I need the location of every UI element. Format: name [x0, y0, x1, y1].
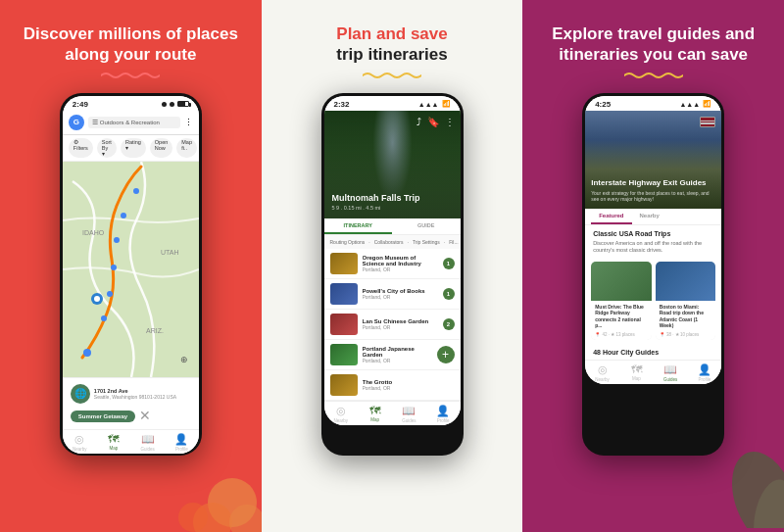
nav-profile-2[interactable]: 👤 Profile	[426, 405, 461, 423]
hero-icons: ⤴ 🔖 ⋮	[416, 117, 455, 127]
nav-guides-3[interactable]: 📖 Guides	[654, 363, 688, 382]
nav-profile-3[interactable]: 👤 Profile	[687, 363, 721, 382]
guide-card-1[interactable]: Must Drive: The Blue Ridge Parkway conne…	[591, 262, 652, 340]
panel1-heading: Discover millions of places along your r…	[16, 24, 246, 66]
phone-mockup-3: 4:25 ▲▲▲ 📶 Interstate Highway Exit Guide…	[582, 93, 724, 456]
filter-chip-map[interactable]: Map fi..	[176, 138, 197, 158]
wifi3-icon: 📶	[703, 100, 711, 108]
filter-chip-filters[interactable]: ⚙ Filters	[69, 138, 93, 158]
item-loc-2: Portland, OR	[363, 294, 438, 300]
item-num-3: 2	[443, 318, 455, 330]
svg-point-10	[121, 213, 126, 218]
nearby-icon: ◎	[74, 433, 84, 446]
card1-label: Must Drive: The Blue Ridge Parkway conne…	[591, 301, 652, 332]
panel-discover: Discover millions of places along your r…	[0, 0, 262, 532]
nav-nearby-2[interactable]: ◎ Nearby	[324, 405, 359, 423]
share-icon[interactable]: ⤴	[416, 117, 421, 127]
phone-mockup-2: 2:32 ▲▲▲ 📶 ⤴ 🔖 ⋮	[321, 93, 464, 456]
guide-card-2[interactable]: Boston to Miami: Road trip down the Atla…	[656, 262, 716, 340]
map-toolbar: G ☰ Outdoors & Recreation ⋮	[63, 111, 199, 135]
nav-guides-1[interactable]: 📖 Guides	[130, 433, 165, 452]
squiggle-3	[624, 72, 683, 79]
subtab-settings[interactable]: Trip Settings	[413, 239, 440, 245]
list-item[interactable]: Portland Japanese Garden Portland, OR +	[324, 340, 461, 370]
list-item[interactable]: Powell's City of Books Portland, OR 1	[324, 279, 461, 310]
item-num-1: 1	[443, 258, 455, 269]
status-icons-1	[162, 101, 189, 107]
tab-nearby[interactable]: Nearby	[632, 209, 667, 224]
list-item[interactable]: Oregon Museum of Science and Industry Po…	[324, 249, 461, 279]
profile-icon: 👤	[174, 433, 188, 446]
tab-itinerary[interactable]: ITINERARY	[324, 218, 393, 234]
search-icon: ☰	[92, 119, 98, 126]
filter-chip-rating[interactable]: Rating ▾	[121, 138, 146, 158]
time-3: 4:25	[595, 100, 611, 109]
nearby3-label: Nearby	[595, 377, 610, 382]
list-item[interactable]: The Grotto Portland, OR	[324, 370, 461, 401]
wifi-icon	[170, 102, 174, 107]
status-icons-3: ▲▲▲ 📶	[679, 100, 711, 108]
card2-meta: 📍 38 · ★ 10 places	[656, 332, 716, 340]
bookmark-icon[interactable]: 🔖	[427, 117, 439, 127]
more-icon[interactable]: ⋮	[445, 117, 455, 127]
subtab-routing[interactable]: Routing Options	[330, 239, 366, 245]
status-bar-3: 4:25 ▲▲▲ 📶	[585, 96, 721, 111]
item-info-4: Portland Japanese Garden Portland, OR	[363, 346, 432, 363]
nav-map-1[interactable]: 🗺 Map	[97, 433, 131, 452]
filter-chip-sortby[interactable]: Sort By ▾	[97, 138, 117, 158]
svg-point-9	[114, 237, 120, 243]
status-bar-2: 2:32 ▲▲▲ 📶	[324, 96, 461, 111]
location-globe: 🌐	[71, 384, 90, 404]
list-item[interactable]: Lan Su Chinese Garden Portland, OR 2	[324, 310, 461, 340]
profile2-icon: 👤	[436, 405, 450, 417]
panel2-heading-part1: Plan and save	[336, 24, 447, 43]
nav-map-3[interactable]: 🗺 Map	[619, 363, 654, 382]
map-filters-row: ⚙ Filters Sort By ▾ Rating ▾ Open Now Ma…	[63, 135, 199, 162]
map-area: IDAHO UTAH ARIZ. ⊕	[63, 162, 199, 377]
guides3-label: Guides	[663, 377, 677, 382]
item-loc-1: Portland, OR	[363, 266, 438, 272]
svg-point-8	[111, 265, 117, 270]
nav-guides-2[interactable]: 📖 Guides	[392, 405, 426, 423]
svg-text:⊕: ⊕	[180, 355, 188, 364]
nav-map-2[interactable]: 🗺 Map	[358, 405, 392, 423]
map3-label: Map	[632, 376, 641, 381]
nav-profile-1[interactable]: 👤 Profile	[165, 433, 199, 452]
trip-tag[interactable]: Summer Getaway	[71, 411, 135, 422]
item-thumb-1	[330, 253, 358, 274]
profile3-icon: 👤	[698, 363, 711, 376]
item-info-3: Lan Su Chinese Garden Portland, OR	[363, 318, 438, 330]
tab-featured[interactable]: Featured	[591, 209, 631, 224]
map2-icon: 🗺	[369, 405, 380, 416]
tab-guide[interactable]: GUIDE	[392, 218, 461, 234]
nav-nearby-1[interactable]: ◎ Nearby	[63, 433, 97, 452]
section1-sub: Discover America on and off the road wit…	[585, 240, 721, 258]
subtab-more[interactable]: Fil...	[449, 239, 458, 245]
guide-hero-sub: Your exit strategy for the best places t…	[591, 190, 715, 203]
item-name-1: Oregon Museum of Science and Industry	[363, 255, 438, 266]
filter-chip-open[interactable]: Open Now	[150, 138, 172, 158]
guides3-icon: 📖	[663, 363, 677, 376]
svg-point-7	[107, 291, 113, 297]
section-city-guides: 48 Hour City Guides	[585, 344, 721, 360]
profile2-label: Profile	[437, 418, 450, 423]
trip-name: Multnomah Falls Trip	[332, 193, 453, 203]
item-name-3: Lan Su Chinese Garden	[363, 318, 438, 324]
item-thumb-4	[330, 344, 358, 365]
signal3-icon: ▲▲▲	[679, 101, 700, 108]
svg-text:IDAHO: IDAHO	[82, 229, 105, 236]
guide-hero-title: Interstate Highway Exit Guides	[591, 178, 715, 188]
map-icon: 🗺	[108, 433, 119, 445]
map3-icon: 🗺	[631, 363, 642, 375]
add-button-4[interactable]: +	[437, 346, 455, 363]
map-search-text: Outdoors & Recreation	[100, 120, 160, 125]
trip-meta: 5 9 . 0.15 mi . 4.5 mi	[332, 205, 453, 211]
map-search-box[interactable]: ☰ Outdoors & Recreation	[88, 117, 180, 128]
nav-nearby-3[interactable]: ◎ Nearby	[585, 363, 619, 382]
subtab-collaborators[interactable]: Collaborators	[374, 239, 404, 245]
card1-image	[591, 262, 652, 301]
nearby2-label: Nearby	[334, 418, 349, 423]
section1-title: Classic USA Road Trips	[585, 225, 721, 240]
guides-icon: 📖	[141, 433, 155, 446]
close-tag-icon[interactable]: ✕	[139, 408, 151, 423]
